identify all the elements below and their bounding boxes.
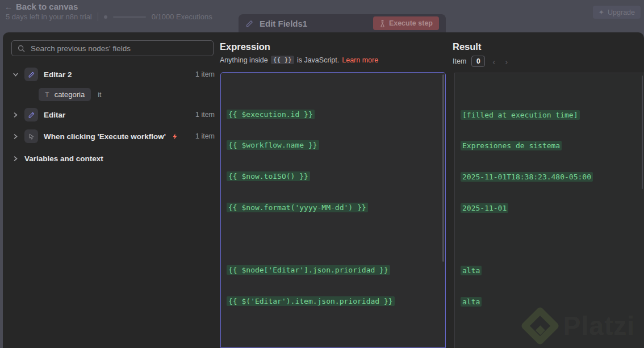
tree-node-editar[interactable]: Editar 1 item [12, 108, 215, 121]
tree-node-editar-2[interactable]: Editar 2 1 item [12, 68, 215, 81]
subtitle-text: is JavaScript. [297, 56, 339, 64]
node-label: When clicking 'Execute workflow' [44, 132, 166, 141]
item-count: 1 item [195, 111, 215, 119]
braces-code-chip: {{ }} [271, 56, 294, 64]
execute-step-button[interactable]: Execute step [373, 16, 439, 30]
field-categoria[interactable]: T categoria it [39, 88, 101, 101]
result-line: [filled at execution time] [461, 110, 580, 120]
expression-subtitle: Anything inside {{ }} is JavaScript. Lea… [220, 56, 378, 64]
expression-title: Expression [220, 41, 270, 52]
node-title: Edit Fields1 [260, 19, 307, 28]
pencil-icon [245, 19, 254, 28]
trial-progress-dot [104, 15, 107, 19]
divider [98, 12, 98, 21]
expression-line: {{ $now.format('yyyy-MM-dd') }} [227, 203, 368, 212]
result-title: Result [453, 41, 481, 52]
field-name: categoria [55, 90, 85, 99]
item-count: 1 item [195, 70, 215, 78]
expression-code[interactable]: {{ $execution.id }} {{ $workflow.name }}… [221, 73, 445, 348]
result-line: 2025-11-01 [461, 203, 508, 213]
trial-progress-bar [113, 16, 146, 18]
variables-context-label: Variables and context [24, 154, 103, 163]
result-scrollbar[interactable] [642, 76, 643, 189]
search-input[interactable] [30, 44, 207, 53]
field-pill[interactable]: T categoria [39, 88, 91, 101]
upgrade-label: Upgrade [608, 9, 635, 16]
result-output-pane: [filled at execution time] Expresiones d… [454, 73, 644, 348]
editor-scrollbar[interactable] [442, 74, 444, 262]
back-to-canvas-button[interactable]: ← Back to canvas [5, 2, 78, 11]
node-label: Editar [44, 111, 65, 119]
expression-editor-panel: Editar 2 1 item T categoria it Editar 1 … [3, 32, 644, 348]
node-label: Editar 2 [44, 70, 72, 79]
prev-item-button[interactable]: ‹ [490, 57, 497, 66]
chevron-right-icon[interactable] [12, 156, 19, 162]
cursor-click-icon [24, 129, 38, 143]
next-item-button[interactable]: › [503, 57, 510, 66]
learn-more-link[interactable]: Learn more [342, 56, 378, 64]
tree-node-manual-trigger[interactable]: When clicking 'Execute workflow' 1 item [12, 129, 215, 143]
expression-line: {{ $node['Editar'].json.prioridad }} [227, 265, 390, 275]
expression-line: {{ $('Editar').item.json.prioridad }} [227, 296, 395, 306]
back-to-canvas-label: Back to canvas [16, 2, 78, 11]
result-line: alta [461, 297, 482, 307]
back-arrow-icon: ← [5, 2, 12, 11]
execute-step-label: Execute step [389, 19, 433, 27]
flask-icon [379, 20, 386, 27]
executions-count: 0/1000 Executions [152, 12, 212, 21]
field-value: it [98, 91, 101, 99]
chevron-right-icon[interactable] [12, 133, 19, 140]
pencil-icon [24, 68, 38, 81]
node-modal-header: Edit Fields1 Execute step [239, 14, 446, 32]
sparkle-icon: ✦ [599, 8, 604, 16]
trial-status-bar: 5 days left in your n8n trial 0/1000 Exe… [6, 12, 212, 21]
expression-line: {{ $now.toISO() }} [227, 171, 310, 181]
result-item-selector: Item 0 ‹ › [453, 56, 510, 67]
expression-line: {{ $workflow.name }} [227, 140, 319, 150]
result-code: [filled at execution time] Expresiones d… [455, 73, 644, 348]
text-type-icon: T [45, 91, 49, 99]
result-line: 2025-11-01T18:38:23.480-05:00 [461, 172, 593, 182]
result-line: Expresiones de sistema [461, 141, 562, 150]
upgrade-button[interactable]: ✦ Upgrade [593, 6, 641, 19]
chevron-down-icon[interactable] [12, 72, 19, 78]
item-label: Item [453, 57, 466, 65]
result-line: alta [461, 266, 482, 275]
search-previous-fields[interactable] [11, 40, 214, 56]
pencil-icon [24, 108, 38, 121]
search-icon [18, 45, 25, 52]
tree-node-variables-context[interactable]: Variables and context [12, 152, 215, 165]
lightning-bolt-icon [172, 133, 178, 140]
item-index-input[interactable]: 0 [471, 56, 485, 67]
item-count: 1 item [195, 132, 215, 140]
expression-code-editor[interactable]: {{ $execution.id }} {{ $workflow.name }}… [220, 72, 446, 348]
chevron-right-icon[interactable] [12, 112, 19, 118]
trial-days-left: 5 days left in your n8n trial [6, 12, 92, 21]
expression-line: {{ $execution.id }} [227, 110, 315, 119]
subtitle-text: Anything inside [220, 56, 268, 64]
